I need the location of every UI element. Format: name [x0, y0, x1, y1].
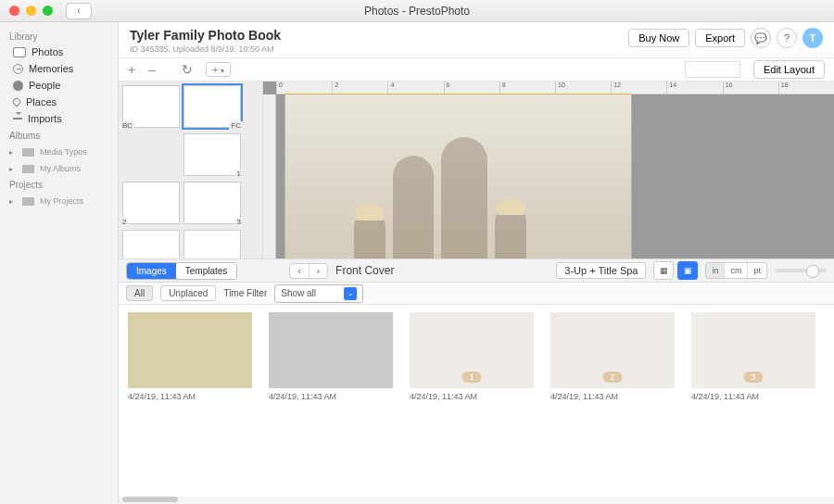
editor-footer-bar: Images Templates ‹ › Front Cover 3-Up + … — [119, 258, 834, 283]
project-meta: ID 345335, Uploaded 8/9/19, 10:50 AM — [130, 44, 281, 54]
page-size-field[interactable] — [685, 61, 740, 78]
sidebar-item-photos[interactable]: Photos — [0, 44, 118, 60]
page-thumb[interactable] — [183, 230, 241, 258]
folder-icon — [22, 197, 34, 206]
placed-count-badge: 3 — [743, 372, 763, 383]
tray-image[interactable]: 1 4/24/19, 11:43 AM — [410, 312, 534, 489]
tray-image[interactable]: 2 4/24/19, 11:43 AM — [550, 312, 675, 489]
people-icon — [13, 81, 23, 91]
add-menu-button[interactable]: + ▾ — [206, 62, 232, 77]
sidebar-item-memories[interactable]: Memories — [0, 60, 118, 77]
unit-pt[interactable]: pt — [747, 263, 766, 278]
cover-photo[interactable] — [285, 94, 631, 258]
edit-layout-button[interactable]: Edit Layout — [753, 60, 825, 79]
user-avatar[interactable]: T — [802, 28, 823, 48]
tray-image[interactable]: 4/24/19, 11:43 AM — [128, 312, 252, 489]
sidebar-item-my-albums[interactable]: ▸My Albums — [0, 161, 118, 176]
sidebar-item-my-projects[interactable]: ▸My Projects — [0, 194, 118, 208]
page-thumbnails: BC FC 1 2 3 4 5 6 7 — [119, 82, 263, 258]
back-button[interactable]: ‹ — [66, 3, 92, 19]
remove-page-button[interactable]: – — [148, 62, 156, 77]
window-titlebar: ‹ Photos - PrestoPhoto — [0, 0, 834, 22]
tray-image[interactable]: 4/24/19, 11:43 AM — [269, 312, 393, 489]
photos-icon — [13, 47, 26, 57]
page-thumb[interactable] — [183, 182, 241, 224]
traffic-lights — [9, 6, 53, 16]
images-templates-segment[interactable]: Images Templates — [126, 262, 237, 280]
imports-icon — [13, 118, 22, 120]
buy-now-button[interactable]: Buy Now — [628, 29, 689, 47]
sidebar-item-media-types[interactable]: ▸Media Types — [0, 145, 118, 159]
disclosure-triangle-icon[interactable]: ▸ — [9, 165, 17, 173]
tray-scrollbar[interactable] — [119, 497, 834, 504]
layout-grid-button[interactable]: ▦ — [653, 261, 674, 280]
refresh-button[interactable]: ↻ — [182, 62, 193, 77]
filter-all-button[interactable]: All — [126, 285, 153, 301]
window-title: Photos - PrestoPhoto — [364, 5, 470, 18]
filter-unplaced-button[interactable]: Unplaced — [160, 285, 216, 301]
prev-page-button[interactable]: ‹ — [290, 264, 308, 278]
page-thumb[interactable] — [122, 182, 180, 224]
sidebar-group-header: Library — [0, 28, 118, 44]
page-nav-segment: ‹ › — [289, 263, 328, 279]
layout-name-field[interactable]: 3-Up + Title Spa — [556, 262, 646, 279]
help-icon[interactable]: ? — [777, 28, 797, 48]
sidebar-item-imports[interactable]: Imports — [0, 110, 118, 127]
time-filter-select[interactable]: Show all ⌄ — [274, 284, 363, 303]
chat-icon[interactable]: 💬 — [751, 28, 771, 48]
tab-templates[interactable]: Templates — [176, 263, 237, 279]
next-page-button[interactable]: › — [309, 264, 327, 278]
tray-image[interactable]: 3 4/24/19, 11:43 AM — [691, 312, 815, 489]
placed-count-badge: 2 — [602, 372, 622, 383]
layout-fit-button[interactable]: ▣ — [677, 261, 698, 280]
folder-icon — [22, 148, 34, 157]
sidebar-item-people[interactable]: People — [0, 77, 118, 94]
zoom-slider[interactable] — [775, 269, 827, 272]
project-header: Tyler Family Photo Book ID 345335, Uploa… — [119, 22, 834, 57]
cover-page[interactable]: Tyler Family Photo Book Holiday and Trav… — [285, 94, 631, 258]
sidebar-group-header: Projects — [0, 176, 118, 192]
zoom-window-button[interactable] — [43, 6, 53, 16]
sidebar: Library Photos Memories People Places Im… — [0, 22, 119, 504]
project-title: Tyler Family Photo Book — [130, 28, 281, 43]
image-filter-bar: All Unplaced Time Filter Show all ⌄ — [119, 283, 834, 305]
ruler-vertical — [263, 94, 276, 258]
chevron-left-icon: ‹ — [77, 6, 80, 16]
content-area: Tyler Family Photo Book ID 345335, Uploa… — [119, 22, 834, 504]
chevron-down-icon: ▾ — [221, 67, 224, 75]
placed-count-badge: 1 — [461, 372, 481, 383]
layout-canvas[interactable]: 024681012141618 Tyler Family Photo Book — [263, 82, 834, 258]
add-page-button[interactable]: + — [128, 62, 135, 77]
minimize-window-button[interactable] — [26, 6, 36, 16]
folder-icon — [22, 165, 34, 173]
sidebar-group-header: Albums — [0, 127, 118, 143]
time-filter-label: Time Filter — [223, 288, 267, 298]
places-icon — [11, 96, 21, 107]
memories-icon — [13, 64, 23, 74]
chevron-updown-icon: ⌄ — [344, 287, 357, 300]
unit-in[interactable]: in — [706, 263, 724, 278]
close-window-button[interactable] — [9, 6, 19, 16]
ruler-horizontal: 024681012141618 — [276, 82, 834, 94]
sidebar-item-places[interactable]: Places — [0, 94, 118, 110]
current-page-label: Front Cover — [335, 264, 394, 277]
page-thumb[interactable] — [183, 133, 241, 176]
disclosure-triangle-icon[interactable]: ▸ — [9, 197, 17, 206]
page-toolbar: + – ↻ + ▾ Edit Layout — [119, 57, 834, 82]
units-segment[interactable]: in cm pt — [705, 262, 767, 279]
image-tray: 4/24/19, 11:43 AM 4/24/19, 11:43 AM 1 4/… — [119, 305, 834, 497]
export-button[interactable]: Export — [695, 29, 745, 47]
tab-images[interactable]: Images — [127, 263, 176, 279]
disclosure-triangle-icon[interactable]: ▸ — [9, 148, 17, 157]
page-thumb[interactable] — [122, 230, 180, 258]
unit-cm[interactable]: cm — [724, 263, 747, 278]
